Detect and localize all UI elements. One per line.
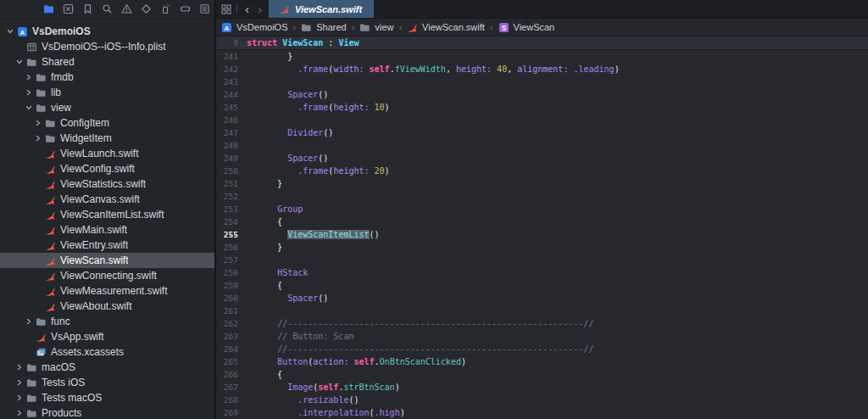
code-line-256[interactable]: 256 } (216, 241, 868, 254)
disclosure-closed-icon[interactable] (33, 135, 43, 142)
disclosure-open-icon[interactable] (14, 59, 25, 65)
code-line-241[interactable]: 241 } (216, 50, 868, 63)
disclosure-closed-icon[interactable] (14, 394, 25, 401)
tree-item-vsdemoios[interactable]: AVsDemoiOS (0, 24, 214, 39)
code-line-255[interactable]: 255 ViewScanItemList() (216, 228, 868, 241)
tree-item-label: ViewMeasurement.swift (60, 285, 168, 297)
disclosure-open-icon[interactable] (5, 28, 15, 35)
code-content: Button(action: self.OnBtnScanClicked) (247, 357, 466, 366)
project-tree: AVsDemoiOSVsDemoiOS--iOS--Info.plistShar… (0, 19, 214, 419)
source-editor[interactable]: 9struct ViewScan : View 241 }242 .frame(… (216, 36, 868, 419)
tree-item-fmdb[interactable]: fmdb (0, 70, 214, 85)
breadcrumb-item-shared[interactable]: Shared (301, 22, 346, 33)
breadcrumb-item-view[interactable]: view (359, 22, 393, 33)
code-line-264[interactable]: 264 //----------------------------------… (216, 343, 868, 355)
tree-item-viewstatistics-swift[interactable]: ViewStatistics.swift (0, 176, 214, 192)
code-line-267[interactable]: 267 Image(self.strBtnScan) (216, 381, 868, 394)
code-line-251[interactable]: 251 } (216, 177, 868, 190)
code-line-249[interactable]: 249 Spacer() (216, 152, 868, 165)
tree-item-shared[interactable]: Shared (0, 54, 214, 70)
disclosure-closed-icon[interactable] (14, 364, 25, 371)
code-line-258[interactable]: 258 HStack (216, 266, 868, 279)
related-items-grid-icon[interactable] (220, 3, 232, 15)
issues-icon[interactable] (120, 3, 132, 15)
code-line-266[interactable]: 266 { (216, 368, 868, 381)
tree-item-func[interactable]: func (0, 314, 214, 329)
code-line-242[interactable]: 242 .frame(width: self.fViewWidth, heigh… (216, 63, 868, 75)
code-line-254[interactable]: 254 { (216, 215, 868, 228)
code-line-245[interactable]: 245 .frame(height: 10) (216, 101, 868, 114)
disclosure-closed-icon[interactable] (24, 318, 34, 325)
line-number: 255 (216, 230, 242, 239)
tree-item-tests-macos[interactable]: Tests macOS (0, 390, 214, 405)
tree-item-label: VsApp.swift (51, 331, 104, 343)
code-line-268[interactable]: 268 .resizable() (216, 394, 868, 406)
find-icon[interactable] (101, 3, 113, 15)
code-line-263[interactable]: 263 // Button: Scan (216, 330, 868, 343)
disclosure-open-icon[interactable] (24, 104, 34, 111)
code-line-260[interactable]: 260 Spacer() (216, 292, 868, 304)
tree-item-products[interactable]: Products (0, 405, 214, 419)
folder-icon (34, 316, 47, 327)
code-line-244[interactable]: 244 Spacer() (216, 88, 868, 101)
code-line-250[interactable]: 250 .frame(height: 20) (216, 165, 868, 177)
code-line-259[interactable]: 259 { (216, 279, 868, 292)
breadcrumb-item-viewscan[interactable]: SViewScan (498, 22, 555, 33)
tree-item-viewconfig-swift[interactable]: ViewConfig.swift (0, 161, 214, 176)
tests-icon[interactable] (140, 3, 152, 15)
tree-item-tests-ios[interactable]: Tests iOS (0, 375, 214, 390)
source-control-icon[interactable] (62, 3, 74, 15)
code-line-248[interactable]: 248 (216, 139, 868, 152)
tree-item-label: ViewCanvas.swift (60, 193, 140, 205)
tree-item-viewentry-swift[interactable]: ViewEntry.swift (0, 237, 214, 253)
code-content: //--------------------------------------… (247, 344, 593, 354)
code-line-246[interactable]: 246 (216, 114, 868, 126)
code-line-261[interactable]: 261 (216, 304, 868, 317)
breadcrumb-label: ViewScan (514, 22, 555, 32)
code-line-265[interactable]: 265 Button(action: self.OnBtnScanClicked… (216, 355, 868, 368)
bookmarks-icon[interactable] (81, 3, 93, 15)
breadcrumb-item-viewscan-swift[interactable]: ViewScan.swift (407, 22, 485, 33)
reports-icon[interactable] (198, 3, 210, 15)
tree-item-viewscan-swift[interactable]: ViewScan.swift (0, 253, 214, 268)
sticky-scope-header[interactable]: 9struct ViewScan : View (216, 36, 868, 50)
back-chevron-icon[interactable]: ‹ (242, 1, 253, 18)
breadcrumb-item-vsdemoios[interactable]: AVsDemoiOS (221, 22, 288, 33)
code-content: struct ViewScan : View (247, 38, 359, 47)
tree-item-viewconnecting-swift[interactable]: ViewConnecting.swift (0, 268, 214, 283)
tree-item-lib[interactable]: lib (0, 85, 214, 100)
code-content: } (247, 179, 282, 188)
line-number: 266 (216, 370, 242, 379)
tree-item-viewmain-swift[interactable]: ViewMain.swift (0, 222, 214, 237)
tree-item-viewscanitemlist-swift[interactable]: ViewScanItemList.swift (0, 207, 214, 222)
code-line-257[interactable]: 257 (216, 254, 868, 266)
debug-icon[interactable] (159, 3, 171, 15)
tree-item-configitem[interactable]: ConfigItem (0, 115, 214, 131)
project-navigator-icon[interactable] (42, 3, 54, 15)
tree-item-viewmeasurement-swift[interactable]: ViewMeasurement.swift (0, 283, 214, 299)
tree-item-macos[interactable]: macOS (0, 360, 214, 375)
forward-chevron-icon[interactable]: › (254, 1, 265, 18)
tree-item-vsapp-swift[interactable]: VsApp.swift (0, 329, 214, 344)
disclosure-closed-icon[interactable] (14, 379, 25, 386)
disclosure-closed-icon[interactable] (24, 74, 34, 81)
disclosure-closed-icon[interactable] (24, 89, 34, 96)
code-line-247[interactable]: 247 Divider() (216, 126, 868, 139)
code-line-269[interactable]: 269 .interpolation(.high) (216, 406, 868, 419)
tree-item-vsdemoios-ios-info-plist[interactable]: VsDemoiOS--iOS--Info.plist (0, 39, 214, 54)
disclosure-closed-icon[interactable] (33, 120, 43, 126)
code-line-252[interactable]: 252 (216, 190, 868, 203)
tree-item-view[interactable]: view (0, 100, 214, 115)
tab-viewscan-swift[interactable]: ViewScan.swift (269, 0, 374, 18)
tree-item-viewcanvas-swift[interactable]: ViewCanvas.swift (0, 192, 214, 207)
code-line-243[interactable]: 243 (216, 75, 868, 88)
tree-item-assets-xcassets[interactable]: Assets.xcassets (0, 344, 214, 360)
breakpoints-icon[interactable] (179, 3, 191, 15)
code-line-253[interactable]: 253 Group (216, 203, 868, 215)
code-line-262[interactable]: 262 //----------------------------------… (216, 317, 868, 330)
tree-item-viewabout-swift[interactable]: ViewAbout.swift (0, 299, 214, 314)
tree-item-widgetitem[interactable]: WidgetItem (0, 131, 214, 146)
line-number: 249 (216, 154, 242, 163)
tree-item-viewlaunch-swift[interactable]: ViewLaunch.swift (0, 146, 214, 161)
disclosure-closed-icon[interactable] (14, 410, 25, 416)
